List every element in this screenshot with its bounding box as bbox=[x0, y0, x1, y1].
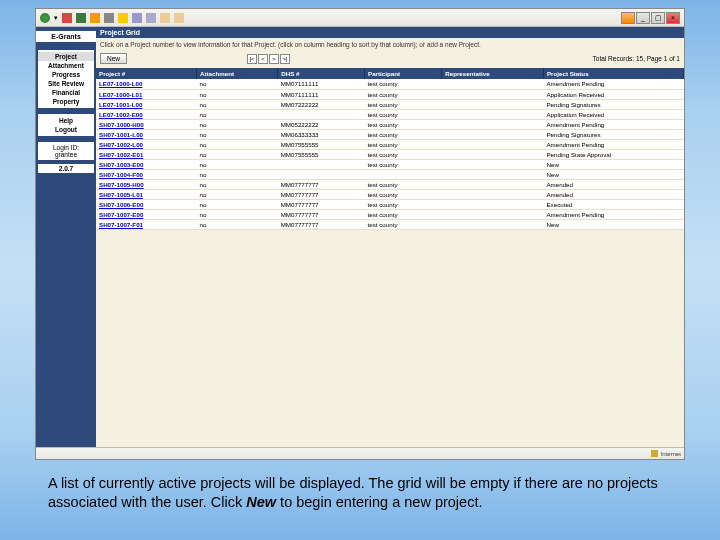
cell: MM07555555 bbox=[278, 149, 365, 159]
history-icon[interactable] bbox=[132, 13, 142, 23]
login-label: Login ID: bbox=[38, 144, 94, 151]
project-link[interactable]: SH07-1002-L00 bbox=[96, 139, 196, 149]
project-link[interactable]: SH07-1007-F01 bbox=[96, 219, 196, 229]
pager-prev[interactable]: < bbox=[258, 54, 268, 64]
cell: no bbox=[196, 129, 277, 139]
col-header[interactable]: Project Status bbox=[543, 68, 683, 79]
project-link[interactable]: LE07-1002-E00 bbox=[96, 109, 196, 119]
status-zone: Internet bbox=[661, 451, 681, 457]
cell bbox=[442, 99, 544, 109]
cell: MM05222222 bbox=[278, 119, 365, 129]
nav-financial[interactable]: Financial bbox=[38, 88, 94, 97]
cell: MM07777777 bbox=[278, 209, 365, 219]
cell: test county bbox=[365, 219, 442, 229]
table-row: SH07-1005-L01noMM07777777test countyAmen… bbox=[96, 189, 684, 199]
cell: test county bbox=[365, 199, 442, 209]
cell: test county bbox=[365, 139, 442, 149]
cell: no bbox=[196, 79, 277, 89]
print-icon[interactable] bbox=[160, 13, 170, 23]
sidebar: E-Grants Project Attachment Progress Sit… bbox=[36, 27, 96, 447]
project-link[interactable]: SH07-1005-H00 bbox=[96, 179, 196, 189]
back-icon[interactable] bbox=[40, 13, 50, 23]
dropdown-icon[interactable]: ▾ bbox=[54, 14, 58, 22]
grid-instruction: Click on a Project number to view inform… bbox=[96, 38, 684, 51]
nav-project[interactable]: Project bbox=[38, 52, 94, 61]
project-link[interactable]: SH07-1007-E00 bbox=[96, 209, 196, 219]
cell: test county bbox=[365, 99, 442, 109]
nav-property[interactable]: Property bbox=[38, 97, 94, 106]
cell: test county bbox=[365, 119, 442, 129]
nav-site-review[interactable]: Site Review bbox=[38, 79, 94, 88]
cell bbox=[278, 109, 365, 119]
cell: no bbox=[196, 89, 277, 99]
cell: MM07777777 bbox=[278, 189, 365, 199]
cell bbox=[442, 209, 544, 219]
cell: MM07777777 bbox=[278, 219, 365, 229]
nav-help[interactable]: Help bbox=[38, 116, 94, 125]
col-header[interactable]: Attachment bbox=[196, 68, 277, 79]
cell: New bbox=[543, 169, 683, 179]
cell bbox=[442, 219, 544, 229]
cell: test county bbox=[365, 179, 442, 189]
table-row: LE07-1002-E00notest countyApplication Re… bbox=[96, 109, 684, 119]
cell: no bbox=[196, 209, 277, 219]
pager-next[interactable]: > bbox=[269, 54, 279, 64]
project-link[interactable]: LE07-1000-L00 bbox=[96, 79, 196, 89]
cell: no bbox=[196, 109, 277, 119]
edit-icon[interactable] bbox=[174, 13, 184, 23]
col-header[interactable]: DHS # bbox=[278, 68, 365, 79]
project-link[interactable]: SH07-1000-H00 bbox=[96, 119, 196, 129]
home-icon[interactable] bbox=[90, 13, 100, 23]
project-link[interactable]: SH07-1006-E00 bbox=[96, 199, 196, 209]
cell: test county bbox=[365, 79, 442, 89]
cell: no bbox=[196, 199, 277, 209]
nav-group-main: Project Attachment Progress Site Review … bbox=[38, 50, 94, 108]
col-header[interactable]: Project # bbox=[96, 68, 196, 79]
cell: no bbox=[196, 119, 277, 129]
project-link[interactable]: LE07-1000-L01 bbox=[96, 89, 196, 99]
cell: test county bbox=[365, 109, 442, 119]
cell: MM07555555 bbox=[278, 139, 365, 149]
project-link[interactable]: SH07-1002-E01 bbox=[96, 149, 196, 159]
cell: test county bbox=[365, 159, 442, 169]
cell: MM07111111 bbox=[278, 79, 365, 89]
project-link[interactable]: SH07-1005-L01 bbox=[96, 189, 196, 199]
maximize-button[interactable]: ▢ bbox=[651, 12, 665, 24]
project-link[interactable]: SH07-1004-F00 bbox=[96, 169, 196, 179]
nav-logout[interactable]: Logout bbox=[38, 125, 94, 134]
nav-attachment[interactable]: Attachment bbox=[38, 61, 94, 70]
refresh-icon[interactable] bbox=[76, 13, 86, 23]
cell bbox=[442, 179, 544, 189]
close-button[interactable]: × bbox=[666, 12, 680, 24]
nav-progress[interactable]: Progress bbox=[38, 70, 94, 79]
mail-icon[interactable] bbox=[146, 13, 156, 23]
table-row: LE07-1000-L01noMM07111111test countyAppl… bbox=[96, 89, 684, 99]
login-id: grantee bbox=[38, 151, 94, 158]
cell bbox=[442, 89, 544, 99]
caption-emphasis: New bbox=[246, 494, 276, 510]
cell bbox=[278, 159, 365, 169]
cell: no bbox=[196, 139, 277, 149]
new-button[interactable]: New bbox=[100, 53, 127, 64]
cell bbox=[278, 169, 365, 179]
favorites-icon[interactable] bbox=[118, 13, 128, 23]
cell: test county bbox=[365, 209, 442, 219]
grid-controls: New |< < > >| Total Records: 15, Page 1 … bbox=[96, 51, 684, 68]
project-link[interactable]: LE07-1001-L00 bbox=[96, 99, 196, 109]
minimize-button[interactable]: _ bbox=[636, 12, 650, 24]
stop-icon[interactable] bbox=[62, 13, 72, 23]
pager-last[interactable]: >| bbox=[280, 54, 290, 64]
col-header[interactable]: Participant bbox=[365, 68, 442, 79]
pager-first[interactable]: |< bbox=[247, 54, 257, 64]
cell: MM07222222 bbox=[278, 99, 365, 109]
project-link[interactable]: SH07-1001-L00 bbox=[96, 129, 196, 139]
cell: Pending State Approval bbox=[543, 149, 683, 159]
cell bbox=[442, 159, 544, 169]
cell: no bbox=[196, 149, 277, 159]
table-row: SH07-1006-E00noMM07777777test countyExec… bbox=[96, 199, 684, 209]
col-header[interactable]: Representative bbox=[442, 68, 544, 79]
project-link[interactable]: SH07-1003-E00 bbox=[96, 159, 196, 169]
table-row: SH07-1002-L00noMM07555555test countyAmen… bbox=[96, 139, 684, 149]
search-icon[interactable] bbox=[104, 13, 114, 23]
cell: Application Received bbox=[543, 89, 683, 99]
